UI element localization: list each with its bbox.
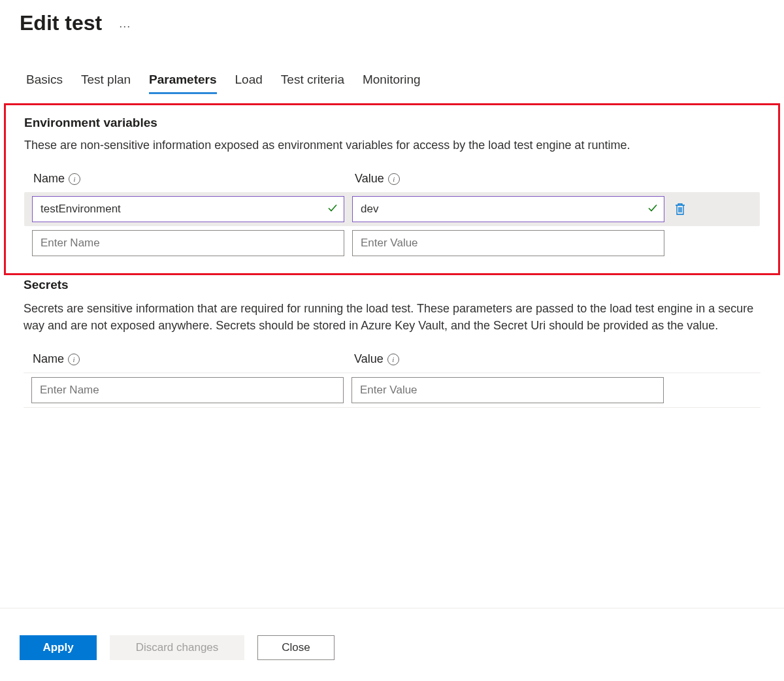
env-vars-heading: Environment variables: [24, 116, 760, 130]
env-vars-section: Environment variables These are non-sens…: [4, 103, 780, 275]
secret-new-row: [24, 373, 760, 408]
tab-test-criteria[interactable]: Test criteria: [281, 73, 344, 94]
secrets-columns: Name i Value i: [24, 352, 760, 366]
secrets-description: Secrets are sensitive information that a…: [24, 300, 760, 334]
env-var-name-input-new[interactable]: [32, 230, 344, 256]
tab-basics[interactable]: Basics: [26, 73, 63, 94]
info-icon[interactable]: i: [388, 173, 400, 185]
tab-bar: Basics Test plan Parameters Load Test cr…: [0, 36, 784, 94]
env-var-value-input-new[interactable]: [352, 230, 664, 256]
close-button[interactable]: Close: [257, 635, 335, 660]
check-icon: [647, 203, 658, 216]
secrets-heading: Secrets: [24, 278, 760, 292]
secrets-section: Secrets Secrets are sensitive informatio…: [0, 275, 784, 408]
footer-divider: [0, 608, 784, 608]
env-value-column-label: Value: [355, 172, 384, 186]
env-var-new-row: [24, 226, 760, 260]
env-vars-columns: Name i Value i: [24, 172, 760, 186]
more-actions-button[interactable]: ···: [115, 17, 135, 36]
secret-name-column-label: Name: [33, 352, 64, 366]
env-name-column-label: Name: [33, 172, 65, 186]
env-vars-description: These are non-sensitive information expo…: [24, 137, 760, 154]
tab-test-plan[interactable]: Test plan: [81, 73, 131, 94]
discard-button[interactable]: Discard changes: [110, 635, 244, 660]
tab-monitoring[interactable]: Monitoring: [363, 73, 421, 94]
tab-parameters[interactable]: Parameters: [149, 73, 217, 94]
info-icon[interactable]: i: [68, 354, 80, 365]
info-icon[interactable]: i: [69, 173, 80, 185]
info-icon[interactable]: i: [387, 354, 399, 365]
delete-row-button[interactable]: [672, 201, 688, 217]
tab-load[interactable]: Load: [235, 73, 263, 94]
secret-name-input[interactable]: [31, 377, 344, 403]
env-var-name-input[interactable]: [32, 196, 344, 222]
page-title: Edit test: [20, 11, 102, 35]
env-var-value-input[interactable]: [352, 196, 664, 222]
secret-value-column-label: Value: [354, 352, 384, 366]
secret-value-input[interactable]: [351, 377, 664, 403]
env-var-row: [24, 192, 760, 226]
footer-actions: Apply Discard changes Close: [20, 635, 335, 660]
check-icon: [327, 203, 338, 216]
apply-button[interactable]: Apply: [20, 635, 97, 660]
